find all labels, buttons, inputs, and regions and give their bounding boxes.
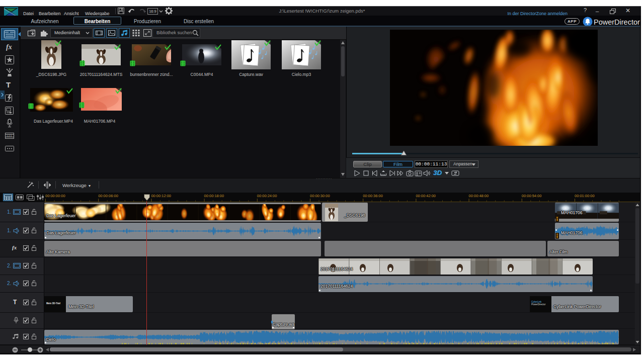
svg-text:00:00:54:00: 00:00:54:00 xyxy=(522,194,542,198)
svg-text:00:00:42:00: 00:00:42:00 xyxy=(416,194,436,198)
svg-text:1 2 3: 1 2 3 xyxy=(7,135,12,137)
svg-text:00:00:00:00: 00:00:00:00 xyxy=(45,194,65,198)
svg-text:00:00:06:00: 00:00:06:00 xyxy=(98,194,118,198)
svg-text:00:00:12:00: 00:00:12:00 xyxy=(151,194,171,198)
svg-text:00:00:24:00: 00:00:24:00 xyxy=(257,194,277,198)
svg-text:00:00:18:00: 00:00:18:00 xyxy=(204,194,224,198)
svg-text:00:01:00:00: 00:01:00:00 xyxy=(575,194,595,198)
svg-text:00:00:48:00: 00:00:48:00 xyxy=(469,194,489,198)
svg-text:00:00:30:00: 00:00:30:00 xyxy=(310,194,330,198)
svg-text:00:00:36:00: 00:00:36:00 xyxy=(363,194,383,198)
